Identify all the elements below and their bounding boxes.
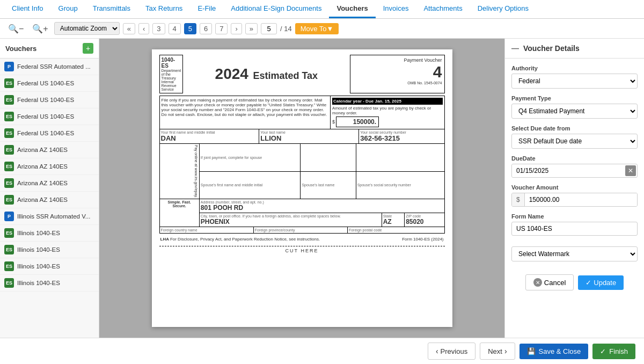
sidebar-item-label: Federal US 1040-ES <box>17 113 74 120</box>
move-to-button[interactable]: Move To▼ <box>295 23 339 34</box>
list-item[interactable]: ES Illinois 1040-ES <box>0 225 99 242</box>
lha-label: LHA <box>160 237 170 242</box>
finish-label: Finish <box>609 347 628 355</box>
tab-transmittals[interactable]: Transmittals <box>85 0 138 18</box>
tab-group[interactable]: Group <box>51 0 85 18</box>
simple-text: Simple. Fast. Secure. <box>161 200 198 208</box>
address-value: 801 POOH RD <box>201 204 443 212</box>
authority-select[interactable]: Federal <box>511 74 638 89</box>
list-item[interactable]: ES Illinois 1040-ES <box>0 275 99 292</box>
list-item[interactable]: ES Federal US 1040-ES <box>0 125 99 142</box>
amount-label: Amount of estimated tax you are paying b… <box>332 106 442 115</box>
payment-type-label: Payment Type <box>511 95 638 101</box>
item-icon-es: ES <box>4 195 14 205</box>
due-date-label: DueDate <box>511 155 638 162</box>
tab-invoices[interactable]: Invoices <box>376 0 416 18</box>
dept-label: Department of the TreasuryInternal Reven… <box>162 69 181 91</box>
form-name-label: Form Name <box>511 213 638 220</box>
list-item[interactable]: ES Federal US 1040-ES <box>0 92 99 108</box>
city-label: City, town, or post office. If you have … <box>201 214 380 218</box>
tab-vouchers[interactable]: Vouchers <box>329 0 375 18</box>
state-value: AZ <box>383 218 403 225</box>
list-item[interactable]: ES Federal US 1040-ES <box>0 108 99 125</box>
voucher-amount-row: $ <box>511 193 638 207</box>
sidebar-item-label: Illinois 1040-ES <box>17 246 60 253</box>
last-name-label: Your last name <box>260 130 357 134</box>
item-icon-es: ES <box>4 228 14 238</box>
next-page-button[interactable]: › <box>231 23 241 34</box>
list-item[interactable]: ES Arizona AZ 140ES <box>0 175 99 192</box>
tab-client-info[interactable]: Client Info <box>4 0 51 18</box>
list-item[interactable]: ES Illinois 1040-ES <box>0 258 99 275</box>
state-label: State <box>383 214 403 218</box>
sidebar-item-label: Federal US 1040-ES <box>17 130 74 136</box>
previous-button[interactable]: ‹ Previous <box>428 343 475 360</box>
first-page-button[interactable]: « <box>123 23 135 34</box>
page-7-button[interactable]: 7 <box>215 23 228 34</box>
tab-delivery-options[interactable]: Delivery Options <box>470 0 536 18</box>
instructions-text: File only if you are making a payment of… <box>162 98 327 117</box>
tab-efile[interactable]: E-File <box>190 0 223 18</box>
list-item[interactable]: P Illinois SSR Automated V... <box>0 208 99 225</box>
zip-value: 85020 <box>406 218 443 225</box>
panel-header: — Voucher Details <box>505 39 644 59</box>
due-date-input-wrapper: ✕ <box>511 164 638 178</box>
authority-label: Authority <box>511 65 638 71</box>
foreign-country-label: Foreign country name <box>161 228 252 232</box>
previous-label: Previous <box>441 347 468 355</box>
cut-here-label: CUT HERE <box>159 246 445 253</box>
ssn-label: Your social security number <box>360 130 443 134</box>
tab-tax-returns[interactable]: Tax Returns <box>138 0 190 18</box>
bottom-bar: ‹ Previous Next › 💾 Save & Close ✓ Finis… <box>0 338 644 364</box>
list-item[interactable]: P Federal SSR Automated ... <box>0 59 99 75</box>
zoom-out-button[interactable]: 🔍− <box>5 23 26 35</box>
save-close-button[interactable]: 💾 Save & Close <box>519 344 589 359</box>
document-page: 1040-ES Department of the TreasuryIntern… <box>152 49 452 327</box>
form-name-field: Form Name <box>511 213 638 236</box>
payment-type-select[interactable]: Q4 Estimated Payment <box>511 104 638 119</box>
doc-viewer: 1040-ES Department of the TreasuryIntern… <box>99 39 504 338</box>
voucher-amount-input[interactable] <box>525 193 637 206</box>
select-due-date-select[interactable]: SSR Default Due date <box>511 134 638 149</box>
due-date-header: Calendar year - Due Jan. 15, 2025 <box>332 98 442 105</box>
spouse-first-label: Spouse's first name and middle initial <box>201 183 299 187</box>
save-close-label: Save & Close <box>539 347 581 355</box>
tab-additional-esign[interactable]: Additional E-Sign Documents <box>223 0 329 18</box>
due-date-clear-button[interactable]: ✕ <box>625 165 636 176</box>
cancel-button[interactable]: ✕ Cancel <box>525 274 574 290</box>
list-item[interactable]: ES Arizona AZ 140ES <box>0 142 99 158</box>
page-total: / 14 <box>280 25 292 33</box>
page-4-button[interactable]: 4 <box>169 23 181 34</box>
add-voucher-button[interactable]: + <box>83 43 93 54</box>
zoom-in-button[interactable]: 🔍+ <box>30 23 50 35</box>
update-label: Update <box>594 279 616 287</box>
sidebar-item-label: Illinois 1040-ES <box>17 280 60 286</box>
zoom-select[interactable]: Automatic Zoom <box>54 22 120 35</box>
item-icon-es: ES <box>4 95 14 105</box>
watermark-field: Select Watermark <box>511 242 638 261</box>
list-item[interactable]: ES Federal US 1040-ES <box>0 75 99 92</box>
page-6-button[interactable]: 6 <box>200 23 212 34</box>
watermark-select[interactable]: Select Watermark <box>511 246 638 261</box>
form-name-input[interactable] <box>511 222 638 236</box>
page-5-button[interactable]: 5 <box>184 23 196 34</box>
list-item[interactable]: ES Arizona AZ 140ES <box>0 158 99 175</box>
page-3-button[interactable]: 3 <box>152 23 165 34</box>
prev-page-button[interactable]: ‹ <box>138 23 149 34</box>
next-button[interactable]: Next › <box>480 343 515 360</box>
update-button[interactable]: ✓ Update <box>578 275 624 290</box>
select-due-date-field: Select Due date from SSR Default Due dat… <box>511 125 638 149</box>
finish-button[interactable]: ✓ Finish <box>592 344 635 359</box>
checkmark-icon: ✓ <box>586 279 591 287</box>
due-date-input[interactable] <box>512 164 624 177</box>
collapse-icon[interactable]: — <box>511 44 519 53</box>
list-item[interactable]: ES Illinois 1040-ES <box>0 242 99 258</box>
foreign-postal-label: Foreign postal code <box>349 228 443 232</box>
last-page-button[interactable]: » <box>245 23 258 34</box>
tab-attachments[interactable]: Attachments <box>416 0 470 18</box>
list-item[interactable]: ES Arizona AZ 140ES <box>0 192 99 208</box>
form-id: Form 1040-ES (2024) <box>384 236 444 243</box>
page-input[interactable] <box>261 23 277 34</box>
sidebar-item-label: Arizona AZ 140ES <box>17 180 68 186</box>
form-number-label: 1040-ES <box>162 57 181 69</box>
